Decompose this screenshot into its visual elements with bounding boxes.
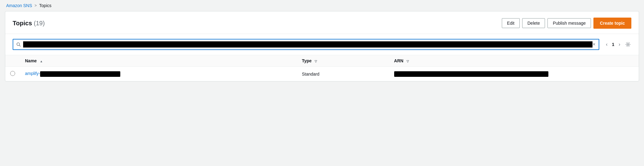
delete-button[interactable]: Delete: [522, 18, 545, 28]
row-type-cell: Standard: [297, 67, 389, 81]
topic-name-redacted: [40, 71, 120, 77]
name-sort-icon: ▲: [40, 60, 43, 63]
table-row: amplify- Standard: [5, 67, 639, 81]
panel-title: Topics (19): [13, 20, 45, 27]
table-area: Name ▲ Type ▽ ARN ▽: [5, 55, 639, 81]
topics-panel: Topics (19) Edit Delete Publish message …: [5, 11, 639, 81]
search-section: × ‹ 1 ›: [5, 34, 639, 55]
header-actions: Edit Delete Publish message Create topic: [502, 18, 631, 29]
svg-line-1: [19, 45, 21, 47]
type-sort-icon: ▽: [315, 60, 317, 63]
svg-point-2: [627, 44, 629, 45]
arn-sort-icon: ▽: [407, 60, 409, 63]
publish-message-button[interactable]: Publish message: [547, 18, 591, 28]
col-type-header[interactable]: Type ▽: [297, 55, 389, 67]
search-icon: [16, 42, 21, 47]
topics-table: Name ▲ Type ▽ ARN ▽: [5, 55, 639, 81]
settings-button[interactable]: [625, 41, 631, 48]
search-clear-button[interactable]: ×: [592, 42, 595, 47]
next-page-button[interactable]: ›: [617, 41, 622, 48]
col-checkbox-header: [5, 55, 20, 67]
panel-header: Topics (19) Edit Delete Publish message …: [5, 11, 639, 34]
breadcrumb-separator: >: [35, 3, 37, 8]
topic-name-link[interactable]: amplify-: [25, 71, 120, 76]
table-header-row: Name ▲ Type ▽ ARN ▽: [5, 55, 639, 67]
col-name-header[interactable]: Name ▲: [20, 55, 297, 67]
search-wrapper: ×: [13, 39, 599, 50]
page-number: 1: [612, 42, 614, 47]
create-topic-button[interactable]: Create topic: [593, 18, 631, 29]
row-radio-cell: [5, 67, 20, 81]
col-arn-header[interactable]: ARN ▽: [389, 55, 639, 67]
row-arn-cell: [389, 67, 639, 81]
search-input[interactable]: [23, 41, 592, 48]
row-radio-input[interactable]: [10, 71, 15, 76]
breadcrumb-parent-link[interactable]: Amazon SNS: [6, 3, 32, 8]
prev-page-button[interactable]: ‹: [604, 41, 609, 48]
edit-button[interactable]: Edit: [502, 18, 520, 28]
pagination-controls: ‹ 1 ›: [604, 41, 631, 48]
breadcrumb: Amazon SNS > Topics: [0, 0, 644, 11]
panel-title-area: Topics (19): [13, 20, 45, 27]
row-name-cell: amplify-: [20, 67, 297, 81]
topic-arn-redacted: [394, 71, 548, 77]
breadcrumb-current: Topics: [39, 3, 52, 8]
panel-count: (19): [34, 20, 45, 27]
